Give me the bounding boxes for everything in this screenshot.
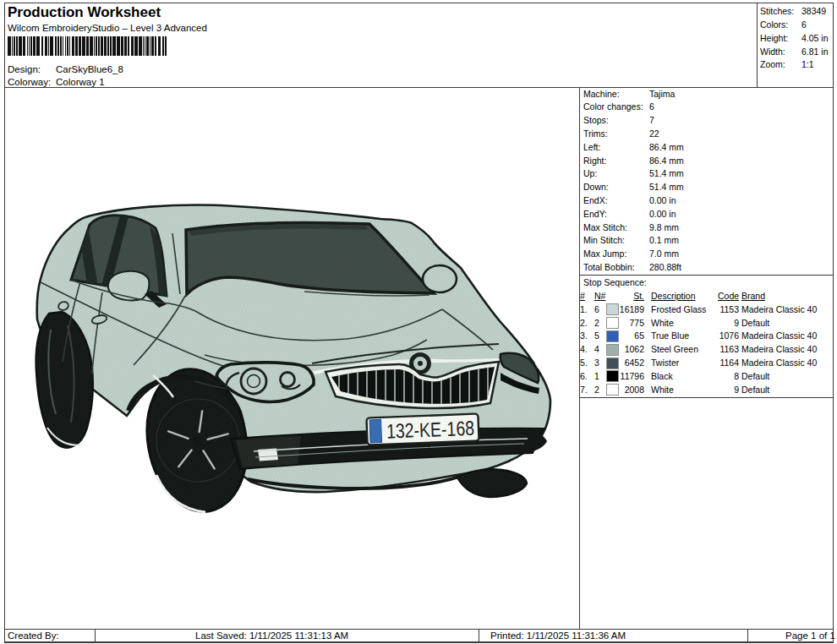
svg-text:132-KE-168: 132-KE-168: [386, 417, 475, 443]
